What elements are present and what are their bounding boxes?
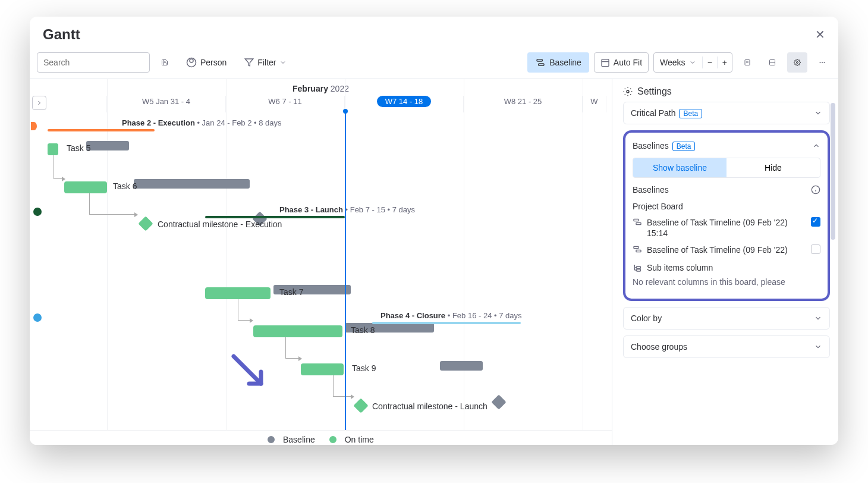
legend-label: On time <box>345 435 374 444</box>
export-button[interactable] <box>737 52 757 73</box>
milestone-label: Contractual milestone - Launch <box>372 402 488 411</box>
baseline-checkbox[interactable] <box>811 217 820 227</box>
baseline-bar <box>134 179 250 189</box>
expand-sidebar-button[interactable] <box>32 96 46 110</box>
color-by-row[interactable]: Color by <box>623 307 830 330</box>
gantt-window: Gantt ✕ Person Filter Baseline Auto Fit <box>30 17 838 445</box>
zoom-in-button[interactable]: + <box>718 53 732 72</box>
gear-icon <box>794 58 801 67</box>
zoom-group: Weeks − + <box>653 52 732 73</box>
phase-label: Phase 3 - Launch • Feb 7 - 15 • 7 days <box>279 205 415 214</box>
task-bar[interactable] <box>253 325 342 337</box>
task-bar[interactable] <box>301 363 344 375</box>
settings-title: Settings <box>623 86 830 97</box>
person-label: Person <box>200 58 227 67</box>
scrollbar-thumb[interactable] <box>831 103 835 240</box>
autofit-icon <box>600 58 610 67</box>
baseline-milestone <box>491 394 506 409</box>
split-icon <box>769 58 776 67</box>
panel-scrollbar[interactable] <box>831 103 836 293</box>
show-baseline-tab[interactable]: Show baseline <box>633 158 727 177</box>
filter-icon <box>244 58 254 67</box>
baseline-item-icon <box>633 217 642 227</box>
filter-button[interactable]: Filter <box>238 52 293 73</box>
month-header: February 2022 <box>30 79 612 96</box>
svg-rect-22 <box>637 269 641 271</box>
svg-rect-18 <box>636 222 641 224</box>
beta-badge: Beta <box>679 109 702 118</box>
settings-button[interactable] <box>787 52 807 73</box>
svg-rect-19 <box>634 247 639 249</box>
legend-label: Baseline <box>283 435 315 444</box>
svg-point-1 <box>190 59 193 62</box>
baseline-item[interactable]: Baseline of Task Timeline (09 Feb '22) <box>633 244 820 255</box>
svg-point-13 <box>627 90 629 93</box>
chevron-down-icon <box>279 59 287 66</box>
person-filter[interactable]: Person <box>180 52 233 73</box>
svg-point-10 <box>820 62 821 63</box>
svg-point-11 <box>822 62 823 63</box>
info-icon[interactable] <box>811 185 820 195</box>
chevron-down-icon <box>814 109 822 117</box>
task-label: Task 6 <box>113 181 137 191</box>
baselines-header[interactable]: BaselinesBeta <box>633 141 820 150</box>
chevron-down-icon <box>814 343 822 351</box>
gear-icon <box>623 87 633 96</box>
more-button[interactable] <box>812 52 832 73</box>
phase-label: Phase 4 - Closure • Feb 16 - 24 • 7 days <box>380 311 521 320</box>
beta-badge: Beta <box>672 142 696 151</box>
baseline-checkbox[interactable] <box>811 244 820 254</box>
milestone-label: Contractual milestone - Execution <box>158 219 282 229</box>
baseline-item-icon <box>633 244 642 254</box>
legend-dot-ontime <box>329 436 336 443</box>
week-cell: W5 Jan 31 - 4 <box>107 96 226 112</box>
baseline-item[interactable]: Baseline of Task Timeline (09 Feb '22) 1… <box>633 217 820 239</box>
zoom-out-button[interactable]: − <box>703 53 717 72</box>
gantt-chart[interactable]: February 2022 W5 Jan 31 - 4 W6 7 - 11 W7… <box>30 79 612 445</box>
export-icon <box>744 58 751 67</box>
close-button[interactable]: ✕ <box>815 27 825 42</box>
chevron-down-icon <box>814 314 822 322</box>
phase-dot <box>33 313 42 322</box>
phase-bar <box>372 322 521 324</box>
save-button[interactable] <box>155 52 175 73</box>
phase-bar <box>205 216 345 218</box>
svg-rect-17 <box>634 219 639 221</box>
weeks-header: W5 Jan 31 - 4 W6 7 - 11 W7 14 - 18 W8 21… <box>30 96 612 112</box>
split-view-button[interactable] <box>762 52 782 73</box>
phase-dot <box>33 208 42 216</box>
baselines-subheader: Baselines <box>633 185 820 195</box>
more-icon <box>819 58 826 67</box>
settings-panel: Settings Critical PathBeta BaselinesBeta… <box>612 79 838 445</box>
task-bar[interactable] <box>64 181 107 193</box>
phase-bar <box>48 129 155 131</box>
titlebar: Gantt ✕ <box>30 17 838 50</box>
task-bar[interactable] <box>48 143 58 155</box>
svg-marker-3 <box>246 59 253 66</box>
baseline-toggle[interactable]: Baseline <box>527 52 589 73</box>
task-label: Task 5 <box>67 143 90 153</box>
today-indicator <box>345 109 346 430</box>
svg-rect-4 <box>537 59 542 61</box>
choose-groups-row[interactable]: Choose groups <box>623 335 830 358</box>
baseline-toggle-segment: Show baseline Hide <box>633 158 820 178</box>
task-label: Task 7 <box>279 287 303 297</box>
timescale-select[interactable]: Weeks <box>654 53 702 72</box>
autofit-button[interactable]: Auto Fit <box>594 52 649 73</box>
week-cell-current: W7 14 - 18 <box>345 96 464 112</box>
phase-dot <box>31 122 37 130</box>
search-box[interactable] <box>37 52 150 73</box>
chevron-right-icon <box>36 99 43 106</box>
phase-label: Phase 2 - Execution • Jan 24 - Feb 2 • 8… <box>122 118 282 127</box>
milestone-marker[interactable] <box>353 398 368 413</box>
task-bar[interactable] <box>205 287 271 299</box>
baseline-bar <box>440 361 483 371</box>
sub-items-column-row[interactable]: Sub items column <box>633 263 820 272</box>
milestone-marker[interactable] <box>138 216 153 231</box>
hide-baseline-tab[interactable]: Hide <box>727 158 820 177</box>
baseline-bar <box>86 141 129 150</box>
task-label: Task 9 <box>352 363 376 373</box>
person-icon <box>186 57 197 68</box>
critical-path-row[interactable]: Critical PathBeta <box>623 102 830 124</box>
search-input[interactable] <box>43 58 147 67</box>
